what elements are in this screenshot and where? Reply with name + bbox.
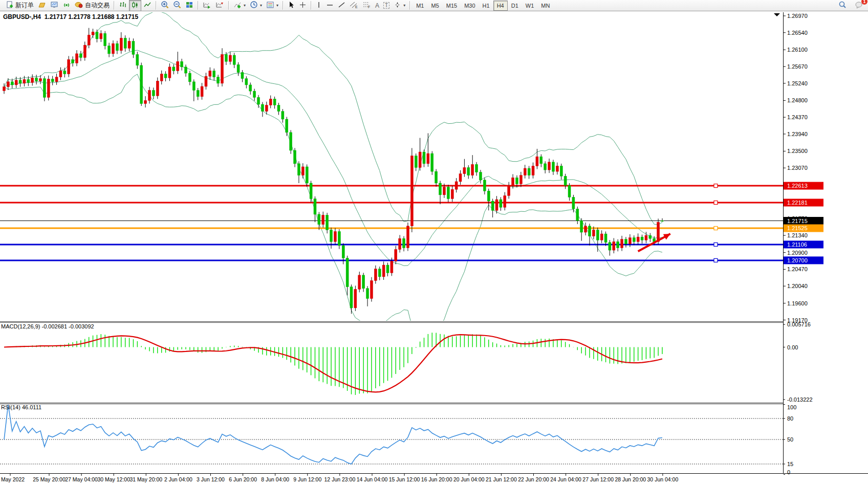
tf-h4-button[interactable]: H4 [493, 1, 508, 11]
svg-text:27 May 04:00: 27 May 04:00 [65, 476, 98, 482]
templates-button[interactable]: ▾ [264, 0, 280, 11]
svg-text:27 Jun 12:00: 27 Jun 12:00 [582, 476, 614, 482]
equidistant-channel-icon: E [350, 1, 358, 10]
candlestick-chart-icon [131, 1, 139, 10]
tf-m1-button[interactable]: M1 [413, 1, 427, 11]
fibonacci-tool-button[interactable]: F [360, 0, 373, 11]
svg-text:1.21715: 1.21715 [787, 218, 808, 224]
tile-windows-icon [185, 1, 193, 10]
cursor-arrow-icon [288, 1, 295, 10]
profiles-button[interactable] [36, 0, 48, 11]
toolbar-separator [409, 1, 410, 10]
svg-text:1.26100: 1.26100 [787, 47, 808, 53]
channel-tool-button[interactable]: E [348, 0, 360, 11]
svg-text:3 Jun 12:00: 3 Jun 12:00 [197, 476, 225, 482]
svg-text:1.20700: 1.20700 [787, 257, 808, 263]
rsi-indicator-label: RSI(14) 46.0111 [1, 404, 41, 410]
svg-text:30 May 12:00: 30 May 12:00 [97, 476, 130, 482]
tf-w1-button[interactable]: W1 [522, 1, 538, 11]
zoom-out-icon [173, 1, 181, 10]
periods-button[interactable]: ▾ [248, 0, 264, 11]
tf-mn-button[interactable]: MN [537, 1, 553, 11]
price-chart-canvas[interactable]: 1.269701.265401.261001.256701.252401.248… [0, 0, 868, 485]
cursor-button[interactable] [286, 0, 297, 11]
trendline-tool-button[interactable] [336, 0, 348, 11]
time-axis[interactable]: May 202225 May 20:0027 May 04:0030 May 1… [1, 474, 678, 482]
market-watch-icon [50, 1, 58, 10]
crosshair-icon [299, 1, 307, 10]
crosshair-button[interactable] [297, 0, 309, 11]
autotrade-icon [75, 1, 83, 10]
svg-text:1.20040: 1.20040 [787, 283, 808, 289]
tf-d1-button[interactable]: D1 [508, 1, 522, 11]
line-chart-icon [143, 1, 151, 10]
chart-profile-icon [38, 1, 46, 10]
svg-text:1.22613: 1.22613 [787, 183, 808, 189]
tf-h1-button[interactable]: H1 [479, 1, 493, 11]
hline-handle [714, 227, 718, 230]
svg-text:14 Jun 04:00: 14 Jun 04:00 [357, 476, 388, 482]
arrows-tool-button[interactable]: ▾ [392, 0, 407, 11]
text-tool-button[interactable]: A [373, 0, 381, 11]
new-order-label: 新订单 [15, 1, 34, 10]
svg-text:28 Jun 20:00: 28 Jun 20:00 [615, 476, 646, 482]
svg-text:0.00: 0.00 [787, 344, 798, 350]
svg-text:0.005716: 0.005716 [787, 321, 811, 327]
svg-text:1.21340: 1.21340 [787, 232, 808, 238]
signal-icon [62, 1, 71, 10]
svg-text:50: 50 [787, 436, 793, 443]
autotrade-button[interactable]: 自动交易 [73, 0, 112, 11]
dropdown-arrow-icon: ▾ [260, 3, 262, 8]
svg-text:30 Jun 04:00: 30 Jun 04:00 [647, 476, 679, 482]
chart-shift-button[interactable] [213, 0, 226, 11]
macd-indicator-label: MACD(12,26,9) -0.002681 -0.003092 [1, 323, 94, 329]
search-button[interactable] [836, 0, 849, 11]
zoom-out-button[interactable] [171, 0, 183, 11]
auto-scroll-icon [203, 1, 211, 10]
svg-text:20 Jun 04:00: 20 Jun 04:00 [453, 476, 485, 482]
bar-chart-type-button[interactable] [117, 0, 129, 11]
bar-chart-icon [119, 1, 127, 10]
notification-badge: 1 [861, 0, 867, 5]
tf-m30-button[interactable]: M30 [461, 1, 479, 11]
dropdown-arrow-icon: ▾ [403, 3, 405, 8]
svg-text:1.23070: 1.23070 [787, 165, 808, 171]
svg-text:9 Jun 12:00: 9 Jun 12:00 [293, 476, 321, 482]
svg-text:1.24800: 1.24800 [787, 97, 808, 103]
zoom-in-button[interactable] [159, 0, 171, 11]
horizontal-line-tool-button[interactable] [324, 0, 336, 11]
rsi-pane [0, 405, 783, 464]
text-tool-icon: A [375, 2, 379, 9]
vertical-line-tool-button[interactable] [314, 0, 324, 11]
market-watch-button[interactable] [48, 0, 60, 11]
line-chart-type-button[interactable] [141, 0, 154, 11]
hline-handle [714, 258, 718, 262]
fibonacci-icon: F [362, 1, 371, 10]
auto-scroll-button[interactable] [201, 0, 213, 11]
svg-text:1.19600: 1.19600 [787, 300, 808, 306]
candlestick-chart-type-button[interactable] [129, 0, 141, 11]
signals-button[interactable] [60, 0, 73, 11]
notifications-button[interactable]: 1 [853, 0, 865, 11]
hline-handle [714, 201, 718, 205]
indicators-button[interactable]: ▾ [231, 0, 248, 11]
main-toolbar: 新订单 自动交易 [0, 0, 868, 11]
svg-text:1.22181: 1.22181 [787, 200, 808, 206]
text-label-tool-button[interactable]: T [381, 0, 392, 11]
tile-windows-button[interactable] [183, 0, 196, 11]
svg-text:1.20900: 1.20900 [787, 250, 808, 256]
tf-m5-button[interactable]: M5 [427, 1, 442, 11]
svg-text:1.23500: 1.23500 [787, 148, 808, 154]
toolbar-separator [198, 1, 199, 10]
tf-m15-button[interactable]: M15 [443, 1, 461, 11]
svg-text:2 Jun 04:00: 2 Jun 04:00 [164, 476, 192, 482]
text-label-icon: T [383, 2, 389, 9]
price-axis[interactable]: 1.269701.265401.261001.256701.252401.248… [784, 13, 823, 323]
template-icon [266, 1, 274, 10]
arrows-tool-icon [394, 1, 401, 10]
svg-text:E: E [355, 5, 358, 9]
svg-text:0: 0 [787, 469, 790, 475]
svg-text:1.25670: 1.25670 [787, 63, 808, 70]
autotrade-label: 自动交易 [85, 1, 110, 10]
new-order-button[interactable]: 新订单 [4, 0, 36, 11]
